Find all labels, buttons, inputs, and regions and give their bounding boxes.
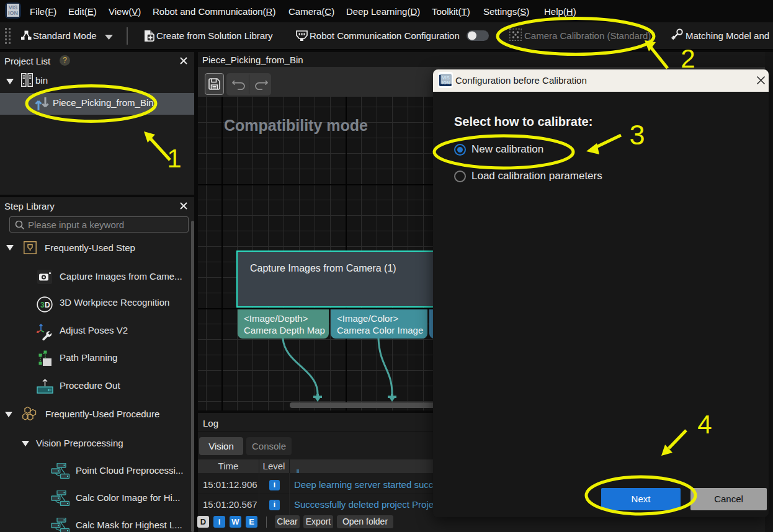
svg-text:D: D	[45, 301, 50, 309]
svg-text:3: 3	[40, 301, 45, 309]
svg-text:ION: ION	[442, 80, 450, 86]
svg-text:ION: ION	[8, 10, 18, 16]
